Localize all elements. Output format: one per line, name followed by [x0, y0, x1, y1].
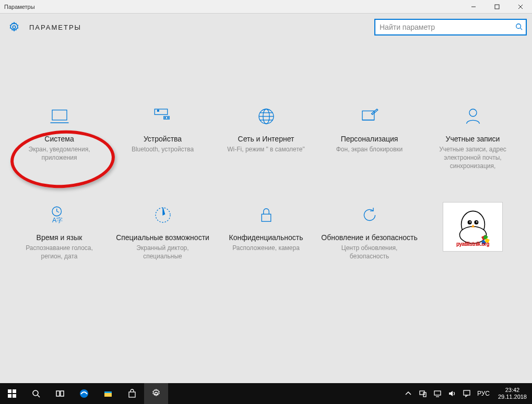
svg-point-21 — [469, 109, 477, 116]
maximize-button[interactable] — [485, 0, 509, 14]
svg-rect-7 — [52, 110, 67, 120]
page-title: ПАРАМЕТРЫ — [29, 23, 81, 31]
watermark-image: pyatilistnik.org — [443, 202, 503, 252]
minimize-button[interactable] — [462, 0, 485, 14]
tile-desc: Фон, экран блокировки — [320, 145, 419, 153]
lock-icon — [217, 202, 316, 228]
tile-desc: Распознавание голоса, регион, дата — [10, 244, 109, 260]
svg-point-5 — [516, 24, 521, 29]
tile-title: Специальные возможности — [113, 233, 212, 242]
tray-time: 23:42 — [498, 387, 527, 394]
search-icon — [515, 23, 523, 30]
tile-title: Система — [10, 135, 109, 143]
tray-chevron-up-icon[interactable] — [401, 383, 416, 404]
svg-rect-46 — [129, 392, 135, 397]
taskbar-settings[interactable] — [144, 383, 168, 404]
tray-date: 29.11.2018 — [498, 394, 527, 400]
svg-rect-27 — [262, 214, 271, 221]
svg-point-4 — [13, 26, 16, 29]
svg-line-6 — [521, 28, 523, 30]
update-icon — [320, 202, 419, 228]
tile-devices[interactable]: Устройства Bluetooth, устройства — [113, 103, 212, 171]
tile-desc: Экран, уведомления, приложения — [10, 145, 109, 162]
taskbar: РУС 23:42 29.11.2018 — [0, 383, 532, 404]
tray-language[interactable]: РУС — [474, 383, 493, 404]
svg-rect-19 — [362, 111, 374, 121]
tile-title: Обновление и безопасность — [320, 233, 419, 242]
system-tray: РУС 23:42 29.11.2018 — [401, 383, 532, 404]
tray-clock[interactable]: 23:42 29.11.2018 — [493, 387, 532, 400]
svg-rect-38 — [13, 394, 16, 398]
tile-privacy[interactable]: Конфиденциальность Расположение, камера — [217, 202, 316, 260]
title-bar: Параметры — [0, 0, 532, 14]
tile-title: Устройства — [113, 135, 212, 143]
svg-text:A字: A字 — [52, 217, 63, 224]
svg-rect-36 — [13, 389, 16, 393]
svg-line-40 — [38, 395, 40, 397]
search-input[interactable] — [374, 19, 527, 35]
svg-rect-53 — [464, 390, 470, 395]
tile-system[interactable]: Система Экран, уведомления, приложения — [10, 103, 109, 171]
svg-point-33 — [476, 221, 477, 222]
svg-point-32 — [469, 221, 470, 222]
tile-personalization[interactable]: Персонализация Фон, экран блокировки — [320, 103, 419, 171]
tile-accounts[interactable]: Учетные записи Учетные записи, адрес эле… — [423, 103, 523, 171]
svg-rect-50 — [434, 391, 441, 395]
svg-rect-42 — [61, 391, 64, 396]
taskbar-explorer[interactable] — [96, 383, 120, 404]
tile-desc: Bluetooth, устройства — [113, 145, 212, 153]
svg-rect-35 — [8, 389, 11, 393]
task-view-button[interactable] — [48, 383, 72, 404]
settings-header: ПАРАМЕТРЫ — [0, 14, 532, 41]
svg-point-13 — [167, 117, 168, 118]
watermark-text: pyatilistnik.org — [456, 241, 489, 247]
tile-time-language[interactable]: A字 Время и язык Распознавание голоса, ре… — [10, 202, 109, 260]
tray-action-center-icon[interactable] — [459, 383, 474, 404]
svg-line-24 — [56, 211, 58, 212]
tile-desc: Wi-Fi, режим " в самолете" — [217, 145, 316, 153]
svg-rect-37 — [8, 394, 11, 398]
search-wrap — [374, 19, 527, 35]
paint-icon — [320, 103, 419, 129]
svg-point-39 — [33, 390, 38, 396]
settings-content: Система Экран, уведомления, приложения У… — [0, 41, 532, 260]
tray-devices-icon[interactable] — [416, 383, 430, 404]
tray-network-icon[interactable] — [430, 383, 445, 404]
tile-desc: Экранный диктор, специальные — [113, 244, 212, 260]
svg-rect-10 — [157, 110, 159, 112]
taskbar-store[interactable] — [120, 383, 144, 404]
tile-network[interactable]: Сеть и Интернет Wi-Fi, режим " в самолет… — [217, 103, 316, 171]
svg-rect-9 — [155, 109, 168, 115]
window-title: Параметры — [0, 4, 35, 10]
tile-title: Время и язык — [10, 233, 109, 242]
display-icon — [10, 103, 109, 129]
tray-volume-icon[interactable] — [445, 383, 459, 404]
tile-title: Сеть и Интернет — [217, 135, 316, 143]
tile-desc: Центр обновления, безопасность — [320, 244, 419, 260]
globe-icon — [217, 103, 316, 129]
taskbar-edge[interactable] — [72, 383, 96, 404]
devices-icon — [113, 103, 212, 129]
gear-icon — [8, 21, 20, 33]
tile-title: Персонализация — [320, 135, 419, 143]
time-language-icon: A字 — [10, 202, 109, 228]
tile-desc: Учетные записи, адрес электронной почты,… — [423, 145, 523, 171]
tile-title: Конфиденциальность — [217, 233, 316, 242]
taskbar-search[interactable] — [24, 383, 48, 404]
svg-rect-1 — [495, 5, 499, 9]
tile-desc: Расположение, камера — [217, 244, 316, 252]
tile-title: Учетные записи — [423, 135, 523, 143]
svg-rect-45 — [104, 391, 112, 393]
tile-update-security[interactable]: Обновление и безопасность Центр обновлен… — [320, 202, 419, 260]
svg-rect-41 — [56, 391, 60, 396]
start-button[interactable] — [0, 383, 24, 404]
tile-ease-of-access[interactable]: Специальные возможности Экранный диктор,… — [113, 202, 212, 260]
svg-point-12 — [164, 117, 165, 118]
person-icon — [423, 103, 523, 129]
svg-marker-52 — [449, 391, 453, 396]
category-grid: Система Экран, уведомления, приложения У… — [10, 103, 523, 260]
close-button[interactable] — [509, 0, 532, 14]
ease-icon — [113, 202, 212, 228]
watermark-badge: pyatilistnik.org — [423, 202, 523, 260]
